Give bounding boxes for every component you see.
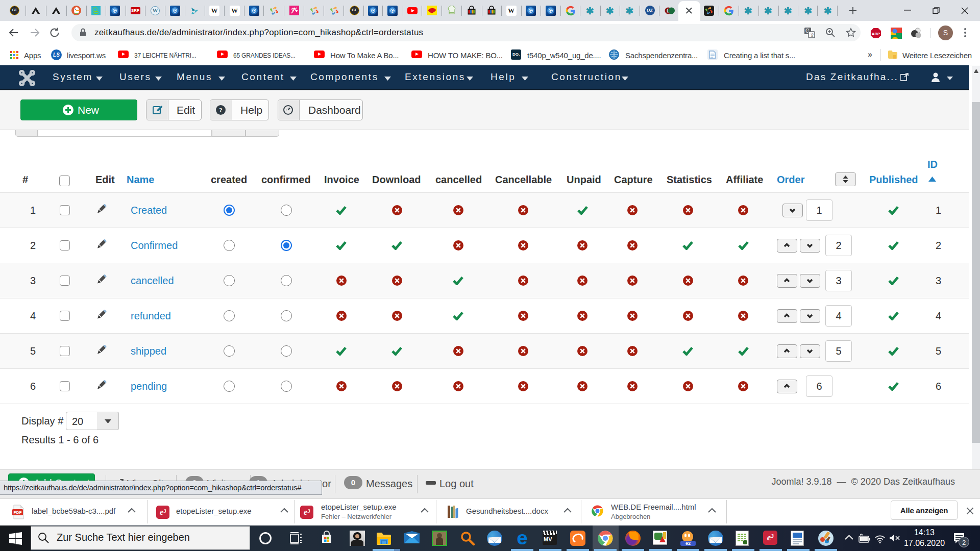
svg-text:?: ? xyxy=(219,106,223,114)
svg-text:ABP: ABP xyxy=(872,32,880,36)
svg-text:文: 文 xyxy=(810,32,815,38)
svg-text:PDF: PDF xyxy=(14,510,22,515)
